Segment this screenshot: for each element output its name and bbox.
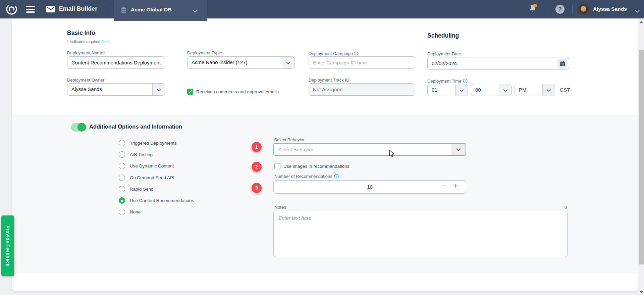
deployment-track-id-field: Not Assigned bbox=[309, 83, 415, 96]
radio-icon bbox=[119, 140, 125, 146]
deployment-type-label: Deployment Type* bbox=[187, 50, 223, 55]
email-builder-page: Email Builder Acme Global DB ? Alyssa Sa… bbox=[0, 0, 644, 295]
deployment-owner-label: Deployment Owner bbox=[67, 78, 104, 83]
time-meridiem-select[interactable]: PM bbox=[515, 84, 555, 96]
use-images-checkbox[interactable] bbox=[274, 163, 280, 169]
increment-button[interactable]: + bbox=[452, 182, 460, 190]
select-behavior-label: Select Behavior bbox=[274, 137, 305, 142]
basic-info-heading: Basic Info bbox=[67, 30, 95, 37]
recommendations-stepper: 10 − + bbox=[273, 180, 466, 194]
top-navbar: Email Builder Acme Global DB ? Alyssa Sa… bbox=[0, 0, 644, 18]
chevron-down-icon[interactable] bbox=[455, 84, 468, 96]
receives-emails-label[interactable]: Receives comments and approval emails bbox=[196, 89, 279, 94]
select-behavior-dropdown[interactable]: Select Behavior bbox=[273, 143, 466, 156]
notification-badge bbox=[533, 4, 537, 7]
radio-icon bbox=[119, 163, 125, 169]
deployment-campaign-id-label: Deployment Campaign ID bbox=[309, 51, 359, 56]
deployment-track-id-label: Deployment Track ID bbox=[309, 78, 349, 83]
info-icon[interactable] bbox=[334, 174, 339, 180]
step-badge-1: 1 bbox=[252, 142, 262, 152]
deployment-name-label: Deployment Name* bbox=[67, 50, 105, 55]
radio-icon bbox=[119, 209, 125, 215]
calendar-icon[interactable] bbox=[557, 59, 567, 68]
navbar-divider bbox=[112, 5, 112, 14]
recommendations-value[interactable]: 10 bbox=[274, 184, 466, 190]
deployment-date-label: Deployment Date bbox=[427, 51, 461, 56]
scroll-down-arrow-icon[interactable] bbox=[640, 291, 643, 293]
chevron-down-icon[interactable] bbox=[542, 84, 555, 96]
additional-options-toggle[interactable] bbox=[71, 123, 86, 132]
radio-icon bbox=[119, 186, 125, 192]
deployment-owner-select[interactable]: Alyssa Sands bbox=[67, 83, 165, 96]
receives-emails-checkbox[interactable] bbox=[187, 89, 193, 95]
toggle-knob bbox=[77, 123, 86, 132]
decrement-button[interactable]: − bbox=[440, 182, 448, 190]
user-avatar[interactable] bbox=[578, 3, 589, 15]
app-title: Email Builder bbox=[59, 5, 97, 12]
notes-textarea[interactable] bbox=[273, 211, 568, 257]
help-icon[interactable]: ? bbox=[555, 5, 565, 14]
notes-char-count: 0 bbox=[547, 205, 567, 210]
deployment-type-select[interactable]: Acme Nano Insider (127) bbox=[187, 56, 294, 69]
database-icon bbox=[120, 7, 127, 14]
deployment-date-field[interactable]: 02/02/2024 bbox=[427, 57, 569, 70]
chevron-down-icon[interactable] bbox=[499, 84, 511, 96]
required-fields-note: * Indicates required fields bbox=[67, 40, 110, 44]
time-minute-select[interactable]: 00 bbox=[471, 84, 512, 96]
notes-label: Notes bbox=[274, 205, 286, 210]
scroll-up-arrow-icon[interactable] bbox=[640, 21, 643, 23]
app-logo-icon[interactable] bbox=[5, 3, 18, 15]
deployment-campaign-id-input[interactable] bbox=[309, 56, 415, 69]
timezone-label: CST bbox=[560, 87, 570, 93]
chevron-down-icon[interactable] bbox=[451, 144, 466, 155]
navbar-divider bbox=[572, 5, 573, 14]
email-icon bbox=[46, 6, 55, 12]
step-badge-2: 2 bbox=[252, 162, 262, 172]
chevron-down-icon[interactable] bbox=[152, 84, 165, 95]
additional-options-heading: Additional Options and Information bbox=[89, 124, 182, 130]
scheduling-heading: Scheduling bbox=[427, 32, 459, 39]
vertical-scrollbar[interactable] bbox=[638, 18, 644, 295]
database-selector[interactable]: Acme Global DB bbox=[114, 0, 207, 21]
step-badge-3: 3 bbox=[252, 183, 262, 193]
deployment-name-input[interactable] bbox=[67, 56, 165, 69]
database-name: Acme Global DB bbox=[131, 7, 171, 13]
check-icon bbox=[188, 90, 192, 93]
number-of-recommendations-label: Number of Recommendations bbox=[274, 174, 339, 180]
chevron-down-icon[interactable] bbox=[635, 8, 640, 14]
radio-icon bbox=[119, 151, 125, 158]
deployment-time-label: Deployment Time bbox=[427, 79, 468, 84]
hamburger-menu-icon[interactable] bbox=[26, 6, 35, 13]
notifications-bell-icon[interactable] bbox=[529, 4, 537, 14]
provide-feedback-button[interactable]: Provide Feedback bbox=[1, 215, 14, 276]
info-icon[interactable] bbox=[463, 79, 468, 84]
scrollbar-thumb[interactable] bbox=[639, 50, 644, 264]
select-behavior-placeholder: Select Behavior bbox=[278, 147, 313, 152]
radio-icon bbox=[119, 175, 125, 181]
time-hour-select[interactable]: 01 bbox=[427, 84, 468, 96]
user-name[interactable]: Alyssa Sands bbox=[593, 6, 627, 12]
navbar-divider bbox=[548, 5, 548, 14]
chevron-down-icon bbox=[193, 8, 198, 14]
radio-selected-icon bbox=[119, 197, 125, 204]
chevron-down-icon[interactable] bbox=[282, 57, 294, 68]
use-images-label[interactable]: Use images in recommendations bbox=[283, 164, 350, 169]
